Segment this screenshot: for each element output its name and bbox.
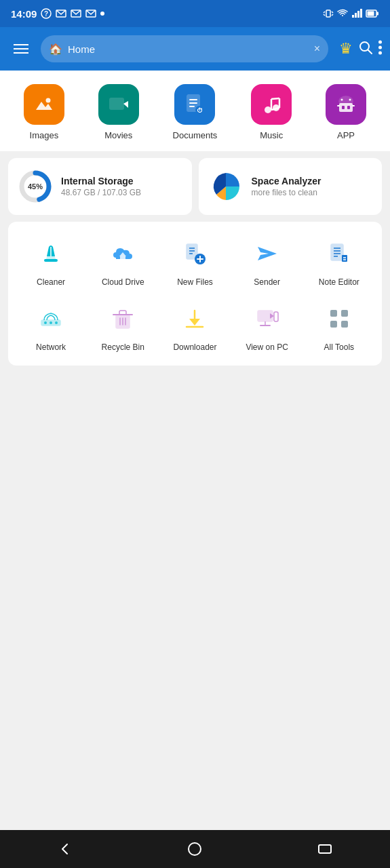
top-actions: ♛	[339, 40, 382, 58]
svg-rect-12	[357, 11, 359, 18]
cloud-drive-label: Cloud Drive	[102, 277, 144, 287]
tool-network[interactable]: Network	[20, 300, 81, 352]
home-icon: 🏠	[49, 43, 62, 56]
crown-icon[interactable]: ♛	[339, 40, 353, 58]
svg-rect-87	[330, 321, 337, 328]
svg-rect-90	[319, 845, 331, 853]
vibrate-icon	[323, 8, 334, 19]
app-icon-wrap	[326, 84, 366, 125]
svg-point-69	[44, 321, 47, 324]
recycle-bin-icon-wrap	[104, 300, 141, 337]
svg-point-40	[349, 99, 351, 101]
back-button[interactable]	[44, 836, 86, 862]
storage-donut: 45%	[18, 169, 53, 204]
search-icon[interactable]	[358, 40, 373, 58]
svg-rect-65	[342, 255, 347, 262]
mail-icon	[56, 8, 66, 19]
mail2-icon	[71, 8, 81, 19]
svg-rect-60	[331, 244, 343, 260]
images-label: Images	[30, 130, 59, 140]
search-pill-text: Home	[68, 43, 309, 55]
internal-storage-card[interactable]: 45% Internal Storage 48.67 GB / 107.03 G…	[8, 158, 192, 215]
svg-rect-5	[326, 10, 330, 17]
storage-row: 45% Internal Storage 48.67 GB / 107.03 G…	[0, 158, 390, 215]
note-editor-icon-wrap	[321, 235, 357, 272]
tool-all-tools[interactable]: All Tools	[309, 300, 370, 352]
category-app[interactable]: APP	[326, 84, 366, 140]
view-on-pc-icon-wrap	[249, 300, 286, 337]
wifi-icon	[337, 8, 348, 19]
storage-title: Internal Storage	[61, 176, 141, 186]
svg-rect-84	[274, 312, 278, 321]
svg-point-89	[189, 843, 201, 855]
svg-line-8	[332, 12, 333, 13]
status-time: 14:09	[11, 8, 37, 20]
svg-point-21	[378, 51, 382, 54]
svg-point-32	[265, 106, 271, 113]
tool-sender[interactable]: Sender	[237, 235, 298, 287]
category-documents[interactable]: ⏱ Documents	[173, 84, 218, 140]
svg-line-18	[368, 50, 372, 54]
svg-point-19	[378, 40, 382, 43]
tool-note-editor[interactable]: Note Editor	[309, 235, 370, 287]
menu-button[interactable]	[8, 39, 34, 59]
images-icon-wrap	[24, 84, 64, 125]
svg-rect-16	[377, 12, 379, 16]
svg-marker-22	[36, 102, 52, 110]
cloud-drive-icon-wrap	[104, 235, 141, 272]
tool-downloader[interactable]: Downloader	[164, 300, 225, 352]
svg-line-6	[324, 12, 325, 13]
tools-section: Cleaner Cloud Drive	[8, 222, 382, 366]
svg-rect-41	[339, 103, 353, 112]
svg-rect-85	[330, 310, 337, 317]
tool-view-on-pc[interactable]: View on PC	[237, 300, 298, 352]
svg-point-71	[55, 321, 58, 324]
cleaner-label: Cleaner	[37, 277, 65, 287]
new-files-icon-wrap	[176, 235, 213, 272]
all-tools-label: All Tools	[324, 342, 354, 352]
svg-point-39	[341, 99, 343, 101]
svg-rect-48	[44, 259, 58, 262]
category-movies[interactable]: Movies	[98, 84, 139, 140]
search-pill[interactable]: 🏠 Home ×	[41, 35, 328, 62]
svg-rect-15	[368, 12, 374, 16]
note-editor-label: Note Editor	[319, 277, 359, 287]
svg-marker-78	[189, 319, 200, 326]
sender-label: Sender	[254, 277, 280, 287]
svg-rect-10	[352, 15, 354, 18]
recent-apps-button[interactable]	[304, 836, 346, 862]
space-title: Space Analyzer	[252, 176, 321, 186]
svg-text:⏱: ⏱	[197, 107, 203, 114]
tool-cleaner[interactable]: Cleaner	[20, 235, 81, 287]
status-right	[323, 8, 379, 19]
tools-row-1: Cleaner Cloud Drive	[15, 235, 375, 287]
hamburger-line	[14, 44, 28, 45]
svg-rect-42	[342, 106, 345, 109]
movies-label: Movies	[104, 130, 132, 140]
storage-info: Internal Storage 48.67 GB / 107.03 GB	[61, 176, 141, 197]
documents-label: Documents	[173, 130, 218, 140]
sender-icon-wrap	[249, 235, 286, 272]
home-button[interactable]	[174, 836, 216, 862]
more-options-icon[interactable]	[378, 40, 382, 58]
tool-recycle-bin[interactable]: Recycle Bin	[92, 300, 153, 352]
recycle-bin-label: Recycle Bin	[102, 342, 144, 352]
space-analyzer-card[interactable]: Space Analyzer more files to clean	[199, 158, 383, 215]
tool-new-files[interactable]: New Files	[164, 235, 225, 287]
view-on-pc-label: View on PC	[246, 342, 288, 352]
hamburger-line	[14, 48, 28, 50]
cleaner-icon-wrap	[33, 235, 69, 272]
svg-line-7	[324, 14, 325, 16]
svg-rect-43	[347, 106, 350, 109]
svg-marker-59	[258, 247, 277, 260]
category-images[interactable]: Images	[24, 84, 64, 140]
notification-dot	[100, 12, 104, 16]
svg-line-9	[332, 14, 333, 16]
svg-line-37	[271, 98, 279, 99]
category-music[interactable]: Music	[251, 84, 292, 140]
bottom-nav	[0, 830, 390, 868]
hamburger-line	[14, 52, 28, 54]
tool-cloud-drive[interactable]: Cloud Drive	[92, 235, 153, 287]
svg-point-70	[50, 321, 52, 324]
close-icon[interactable]: ×	[314, 43, 320, 55]
